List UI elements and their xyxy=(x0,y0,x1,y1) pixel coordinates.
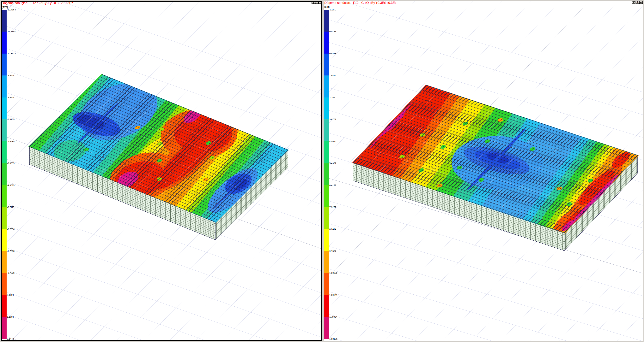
svg-text:1.1684: 1.1684 xyxy=(7,316,14,318)
svg-text:-0.901: -0.901 xyxy=(329,8,336,11)
svg-text:12.8126: 12.8126 xyxy=(329,338,338,340)
svg-text:5.4987: 5.4987 xyxy=(329,162,336,164)
svg-text:1.8418: 1.8418 xyxy=(329,74,336,77)
svg-text:Döşeme sonuçları - F12 : G'+Q': Döşeme sonuçları - F12 : G'+Q'+Ey'+0.3Ex… xyxy=(324,1,396,5)
svg-text:4.5845: 4.5845 xyxy=(329,140,336,143)
svg-text:-9.5674: -9.5674 xyxy=(7,74,15,77)
svg-text:[tf/m]: [tf/m] xyxy=(324,5,330,8)
svg-text:8.2414: 8.2414 xyxy=(329,228,336,230)
svg-text:11.8984: 11.8984 xyxy=(329,316,337,318)
svg-text:-1.7596: -1.7596 xyxy=(7,250,14,252)
svg-text:-12.4954: -12.4954 xyxy=(7,8,16,11)
svg-text:0.0133: 0.0133 xyxy=(329,30,336,33)
svg-text:-3.7115: -3.7115 xyxy=(7,206,14,208)
svg-text:-11.5194: -11.5194 xyxy=(7,30,16,33)
svg-text:-8.5914: -8.5914 xyxy=(7,96,15,99)
svg-text:-4.6875: -4.6875 xyxy=(7,184,14,186)
svg-text:-2.7356: -2.7356 xyxy=(7,228,14,230)
svg-text:1: 1 xyxy=(637,1,638,4)
svg-text:3.6702: 3.6702 xyxy=(329,118,336,120)
svg-text:-6.6395: -6.6395 xyxy=(7,140,14,143)
svg-text:1: 1 xyxy=(316,2,318,4)
svg-text:-5.6635: -5.6635 xyxy=(7,162,14,164)
svg-text:0.1924: 0.1924 xyxy=(7,294,14,296)
svg-text:6.4129: 6.4129 xyxy=(329,184,336,186)
svg-text:2.1443: 2.1443 xyxy=(7,338,14,340)
svg-text:9.1557: 9.1557 xyxy=(329,250,336,252)
svg-text:-10.5434: -10.5434 xyxy=(7,52,16,55)
svg-text:Döşeme sonuçları - F12 : G'+Q': Döşeme sonuçları - F12 : G'+Q'-Ey'+0.3Ex… xyxy=(2,2,73,5)
svg-text:10.9841: 10.9841 xyxy=(329,294,338,296)
svg-text:[tf/m]: [tf/m] xyxy=(2,5,8,8)
svg-text:2.756: 2.756 xyxy=(329,96,335,99)
svg-text:10.0699: 10.0699 xyxy=(329,272,338,274)
svg-text:-0.7836: -0.7836 xyxy=(7,272,14,274)
svg-text:7.3272: 7.3272 xyxy=(329,206,336,208)
svg-text:0.9275: 0.9275 xyxy=(329,52,336,55)
svg-text:-7.6155: -7.6155 xyxy=(7,118,14,120)
